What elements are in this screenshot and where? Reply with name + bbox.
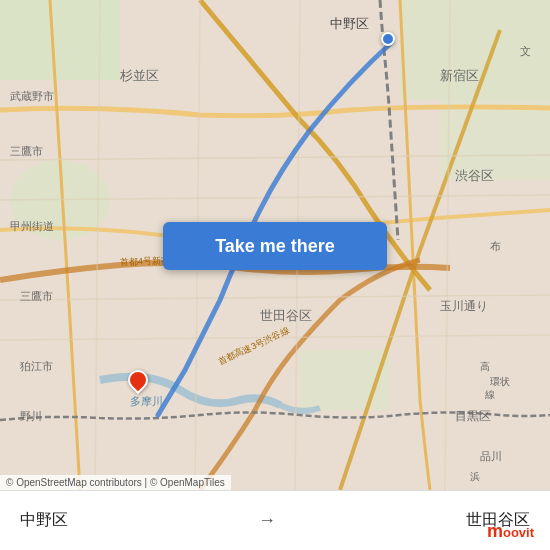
footer-arrow: → (258, 510, 276, 531)
svg-text:甲州街道: 甲州街道 (10, 220, 54, 232)
map-attribution: © OpenStreetMap contributors | © OpenMap… (0, 475, 231, 490)
svg-text:環状: 環状 (490, 376, 510, 387)
take-me-there-button[interactable]: Take me there (163, 222, 387, 270)
svg-text:中野区: 中野区 (330, 16, 369, 31)
svg-text:浜: 浜 (470, 471, 480, 482)
footer: 中野区 → 世田谷区 moovit (0, 490, 550, 550)
svg-text:武蔵野市: 武蔵野市 (10, 90, 54, 102)
svg-rect-1 (0, 0, 120, 80)
svg-text:狛江市: 狛江市 (20, 360, 53, 372)
svg-text:品川: 品川 (480, 450, 502, 462)
svg-text:高: 高 (480, 361, 490, 372)
svg-text:野川: 野川 (20, 410, 42, 422)
svg-text:線: 線 (484, 389, 495, 400)
svg-text:多摩川: 多摩川 (130, 395, 163, 407)
map: 杉並区 新宿区 渋谷区 玉川通り 世田谷区 目黒区 甲州街道 三鷹市 狛江市 野… (0, 0, 550, 490)
svg-text:三鷹市: 三鷹市 (20, 290, 53, 302)
moovit-text: oovit (503, 525, 534, 540)
svg-text:世田谷区: 世田谷区 (260, 308, 312, 323)
svg-text:三鷹市: 三鷹市 (10, 145, 43, 157)
moovit-logo: moovit (487, 521, 534, 542)
svg-text:新宿区: 新宿区 (440, 68, 479, 83)
svg-text:文: 文 (520, 45, 531, 57)
svg-text:目黒区: 目黒区 (455, 409, 491, 423)
svg-text:杉並区: 杉並区 (119, 68, 159, 83)
svg-text:布: 布 (490, 240, 501, 252)
footer-origin: 中野区 (20, 510, 68, 531)
svg-text:玉川通り: 玉川通り (440, 299, 488, 313)
origin-marker (381, 32, 395, 46)
svg-text:渋谷区: 渋谷区 (455, 168, 494, 183)
moovit-m-letter: m (487, 521, 503, 541)
footer-origin-label: 中野区 (20, 510, 68, 531)
